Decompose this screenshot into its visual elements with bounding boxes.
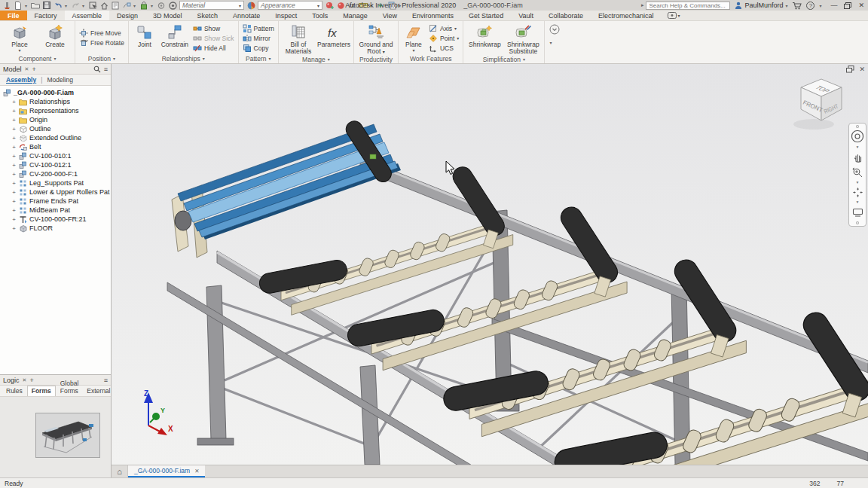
mirror-button[interactable]: Mirror <box>243 34 274 43</box>
ilogic-tab-forms[interactable]: Forms <box>27 386 56 396</box>
expand-icon[interactable]: + <box>11 117 17 123</box>
hide-all-button[interactable]: Hide All <box>193 44 234 53</box>
account-menu[interactable]: PaulMunford ▾ <box>735 2 787 9</box>
expand-icon[interactable]: + <box>11 145 17 150</box>
tree-item[interactable]: +Belt <box>0 142 111 151</box>
add-panel-icon[interactable]: + <box>32 66 35 73</box>
tree-item[interactable]: +FLOOR <box>0 224 111 233</box>
close-button[interactable]: ✕ <box>858 2 864 9</box>
expand-icon[interactable]: + <box>11 154 17 159</box>
group-label-work-features[interactable]: Work Features <box>399 53 463 63</box>
tab-view[interactable]: View <box>375 11 405 20</box>
measure-icon[interactable] <box>359 1 368 10</box>
menu-icon[interactable]: ≡ <box>104 377 108 384</box>
add-icon[interactable]: + <box>376 1 385 10</box>
browser-tab-modeling[interactable]: Modeling <box>43 75 77 85</box>
free-rotate-button[interactable]: Free Rotate <box>79 38 124 47</box>
tree-item[interactable]: +Frame Ends Pat <box>0 197 111 206</box>
tree-item[interactable]: +Origin <box>0 115 111 124</box>
undo-icon[interactable] <box>53 1 63 10</box>
home-tab-button[interactable]: ⌂ <box>112 465 128 477</box>
tree-item[interactable]: +Relationships <box>0 97 111 106</box>
tab-tools[interactable]: Tools <box>304 11 335 20</box>
free-move-button[interactable]: Free Move <box>79 29 124 38</box>
show-button[interactable]: Show <box>193 24 234 33</box>
expand-icon[interactable]: + <box>11 181 17 186</box>
group-label-productivity[interactable]: Productivity <box>354 56 398 63</box>
search-icon[interactable] <box>93 66 101 73</box>
ribbon-display-toggle[interactable]: ▾ <box>662 11 686 20</box>
drawing-icon[interactable] <box>111 1 120 10</box>
tree-item[interactable]: +Representations <box>0 106 111 115</box>
store-cart-icon[interactable] <box>792 2 802 10</box>
conveyor-form-thumbnail[interactable] <box>35 413 100 458</box>
new-file-icon[interactable] <box>14 1 23 10</box>
help-icon[interactable]: ? <box>806 2 815 10</box>
tree-item[interactable]: +MidBeam Pat <box>0 206 111 215</box>
tree-item[interactable]: +Outline <box>0 124 111 133</box>
tree-item[interactable]: +CV-100-012:1 <box>0 160 111 169</box>
orbit-button[interactable] <box>850 185 865 200</box>
roller-station[interactable] <box>258 163 513 315</box>
shrinkwrap-button[interactable]: Shrinkwrap <box>466 23 503 55</box>
tab-file[interactable]: File <box>0 11 27 20</box>
expand-icon[interactable]: + <box>11 217 17 222</box>
home-icon[interactable] <box>99 1 108 10</box>
tab-electromechanical[interactable]: Electromechanical <box>591 11 662 20</box>
parameters-button[interactable]: fx Parameters <box>316 23 351 55</box>
tab-sketch[interactable]: Sketch <box>190 11 226 20</box>
expand-icon[interactable]: + <box>11 190 17 195</box>
group-label-position[interactable]: Position▾ <box>75 53 128 63</box>
place-button[interactable]: Place ▾ <box>2 23 37 53</box>
group-label-simplification[interactable]: Simplification▾ <box>463 55 544 63</box>
expand-icon[interactable]: + <box>11 99 17 105</box>
expand-icon[interactable]: + <box>11 172 17 177</box>
material-dropdown[interactable]: Material▾ <box>179 1 244 10</box>
close-icon[interactable]: ✕ <box>23 377 27 383</box>
expand-icon[interactable]: + <box>11 208 17 213</box>
iproperties-icon[interactable] <box>139 1 148 10</box>
open-icon[interactable] <box>31 1 40 10</box>
selected-belt-section[interactable] <box>178 118 401 239</box>
expand-icon[interactable]: + <box>11 226 17 231</box>
tree-item[interactable]: +Lower & Upper Rollers Pat <box>0 188 111 197</box>
group-label-component[interactable]: Component▾ <box>0 53 75 63</box>
ground-and-root-button[interactable]: Ground and Root ▾ <box>356 23 396 56</box>
copy-button[interactable]: Copy <box>243 44 274 53</box>
point-button[interactable]: Point▾ <box>429 34 459 43</box>
expand-icon[interactable]: + <box>11 136 17 141</box>
float-window-icon[interactable] <box>846 66 854 73</box>
parameters-fx-icon[interactable]: fx <box>347 1 356 10</box>
layers-icon[interactable] <box>387 1 396 10</box>
plane-button[interactable]: Plane ▾ <box>401 23 426 53</box>
tab-inspect[interactable]: Inspect <box>267 11 304 20</box>
redo-icon[interactable] <box>71 1 80 10</box>
tree-item[interactable]: +CV-200-000-F:1 <box>0 169 111 178</box>
clear-appearance-icon[interactable] <box>336 1 345 10</box>
ucs-button[interactable]: UCS <box>429 44 459 53</box>
ilogic-tab-rules[interactable]: Rules <box>2 386 26 396</box>
sweep-icon[interactable] <box>122 1 131 10</box>
close-view-icon[interactable]: ✕ <box>859 66 865 73</box>
tab-3d-model[interactable]: 3D Model <box>145 11 190 20</box>
create-button[interactable]: Create <box>38 23 72 53</box>
conveyor-assembly-model[interactable] <box>112 64 868 465</box>
joint-button[interactable]: Joint <box>131 23 158 53</box>
group-label-manage[interactable]: Manage▾ <box>279 55 353 63</box>
zoom-button[interactable] <box>850 165 865 181</box>
tab-factory[interactable]: Factory <box>27 11 65 20</box>
tree-item-root[interactable]: _GA-000-000-F.iam <box>0 88 111 97</box>
expand-icon[interactable]: + <box>11 108 17 114</box>
ilogic-tab-external[interactable]: External <box>83 386 114 396</box>
document-tab[interactable]: _GA-000-000-F.iam ✕ <box>128 465 205 477</box>
adjust-appearance-icon[interactable] <box>325 1 334 10</box>
close-icon[interactable]: ✕ <box>194 468 199 474</box>
tab-annotate[interactable]: Annotate <box>225 11 267 20</box>
view-cube[interactable]: TOP FRONT RIGHT <box>791 73 851 133</box>
group-label-relationships[interactable]: Relationships▾ <box>129 53 238 63</box>
appearance-dropdown[interactable]: Appearance▾ <box>258 1 322 10</box>
constrain-button[interactable]: Constrain <box>159 23 191 53</box>
search-expand-icon[interactable]: ▸ <box>641 2 644 8</box>
expand-icon[interactable]: + <box>11 127 17 132</box>
browser-tab-assembly[interactable]: Assembly <box>2 75 40 85</box>
